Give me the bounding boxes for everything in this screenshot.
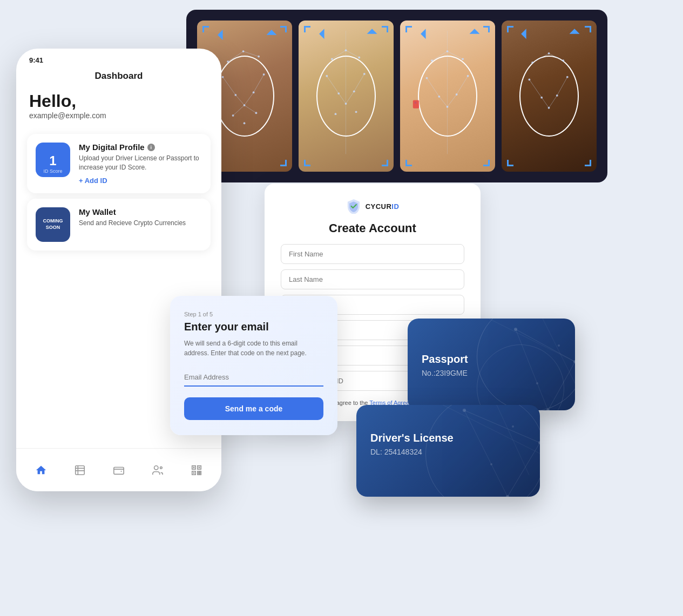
- screen-title: Dashboard: [16, 67, 221, 87]
- step-description: We will send a 6-digit code to this emai…: [184, 339, 323, 358]
- step-label: Step 1 of 5: [184, 311, 323, 317]
- svg-rect-89: [198, 471, 199, 472]
- svg-line-14: [254, 75, 264, 92]
- face-card-3: [400, 21, 495, 172]
- svg-line-15: [235, 95, 244, 105]
- svg-line-32: [346, 50, 360, 57]
- id-score-label: ID Score: [43, 168, 62, 174]
- greeting-text: Hello,: [29, 91, 208, 111]
- svg-line-72: [549, 96, 557, 108]
- nav-qr-icon[interactable]: [187, 461, 206, 480]
- last-name-field[interactable]: [281, 269, 464, 289]
- nav-people-icon[interactable]: [148, 461, 167, 480]
- passport-card: Passport No.:23I9GME: [408, 319, 575, 410]
- face-dots-2: [299, 21, 394, 164]
- face-card-2: [299, 21, 394, 172]
- face-dots-4: [502, 21, 597, 164]
- svg-rect-58: [413, 100, 419, 108]
- svg-line-50: [448, 51, 463, 59]
- svg-point-29: [335, 113, 337, 115]
- svg-line-70: [557, 77, 567, 96]
- logo-text: CYCURID: [366, 202, 400, 211]
- passport-info: Passport No.:23I9GME: [422, 353, 561, 377]
- svg-line-35: [339, 93, 346, 104]
- svg-point-109: [538, 441, 540, 444]
- passport-label: Passport: [422, 353, 561, 365]
- svg-line-17: [233, 105, 245, 116]
- svg-marker-19: [218, 30, 223, 40]
- license-info: Driver's License DL: 254148324: [370, 432, 526, 456]
- svg-line-68: [549, 53, 564, 60]
- add-id-button[interactable]: + Add ID: [79, 177, 202, 185]
- bottom-navigation: [16, 448, 221, 491]
- svg-marker-73: [521, 29, 526, 39]
- digital-profile-title: My Digital Profile i: [79, 143, 202, 152]
- id-score-badge: 1 ID Score: [36, 143, 70, 177]
- svg-point-98: [514, 328, 517, 331]
- greeting-section: Hello, example@exmple.com: [16, 87, 221, 128]
- svg-marker-56: [421, 29, 426, 39]
- send-code-button[interactable]: Send me a code: [184, 397, 323, 420]
- svg-point-101: [558, 344, 560, 347]
- digital-profile-desc: Upload your Driver License or Passport t…: [79, 154, 202, 172]
- svg-marker-20: [266, 30, 276, 35]
- user-email: example@exmple.com: [29, 111, 208, 120]
- coming-soon-badge: COMINGSOON: [36, 207, 70, 242]
- svg-line-71: [542, 98, 549, 108]
- svg-rect-90: [200, 471, 201, 472]
- status-bar: 9:41: [16, 49, 221, 67]
- digital-profile-card: 1 ID Score My Digital Profile i Upload y…: [27, 134, 211, 193]
- svg-rect-85: [193, 466, 195, 468]
- svg-rect-91: [198, 473, 199, 475]
- svg-point-112: [490, 463, 492, 465]
- face-dots-3: [400, 21, 495, 164]
- svg-point-108: [463, 409, 466, 412]
- svg-rect-86: [199, 466, 200, 468]
- svg-line-69: [529, 79, 542, 97]
- cycurid-logo: CYCURID: [281, 199, 464, 214]
- logo-shield-icon: [346, 199, 361, 214]
- svg-marker-39: [367, 29, 377, 34]
- svg-line-34: [354, 74, 364, 91]
- nav-home-icon[interactable]: [31, 461, 51, 480]
- svg-line-36: [346, 91, 354, 104]
- form-title: Create Account: [281, 221, 464, 235]
- svg-point-59: [531, 62, 533, 64]
- license-number: DL: 254148324: [370, 448, 526, 456]
- svg-rect-92: [200, 473, 201, 475]
- nav-wallet-icon[interactable]: [109, 461, 129, 480]
- svg-line-18: [245, 105, 256, 113]
- svg-rect-75: [76, 465, 85, 475]
- svg-line-54: [448, 94, 457, 107]
- wallet-title: My Wallet: [79, 207, 186, 216]
- digital-profile-content: My Digital Profile i Upload your Driver …: [79, 143, 202, 185]
- coming-soon-text: COMINGSOON: [43, 218, 63, 231]
- email-address-input[interactable]: [184, 369, 323, 387]
- first-name-field[interactable]: [281, 244, 464, 264]
- svg-point-111: [512, 425, 514, 428]
- svg-point-100: [546, 409, 550, 410]
- id-score-number: 1: [49, 154, 56, 167]
- svg-marker-57: [469, 29, 479, 34]
- info-icon[interactable]: i: [147, 144, 155, 151]
- svg-marker-38: [319, 29, 324, 39]
- svg-line-31: [332, 50, 346, 59]
- wallet-card: COMINGSOON My Wallet Send and Recieve Cr…: [27, 199, 211, 251]
- svg-point-61: [562, 59, 564, 62]
- svg-line-16: [245, 92, 254, 105]
- svg-point-10: [244, 122, 246, 124]
- svg-line-51: [427, 78, 439, 97]
- svg-point-4: [263, 73, 265, 76]
- svg-line-49: [432, 51, 448, 60]
- wallet-content: My Wallet Send and Recieve Crypto Curren…: [79, 207, 186, 228]
- svg-line-13: [223, 77, 236, 95]
- nav-contacts-icon[interactable]: [70, 461, 90, 480]
- svg-line-67: [532, 53, 549, 63]
- svg-rect-79: [114, 467, 124, 474]
- svg-line-12: [244, 51, 259, 57]
- step-title: Enter your email: [184, 321, 323, 333]
- svg-line-33: [327, 76, 339, 93]
- svg-rect-87: [193, 472, 195, 473]
- svg-line-106: [443, 405, 540, 453]
- svg-line-52: [457, 76, 468, 94]
